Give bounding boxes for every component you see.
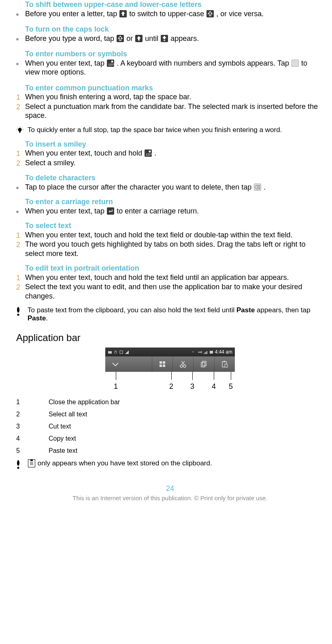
appbar-cut-button[interactable] [173, 356, 194, 372]
caps-lock-icon [161, 35, 168, 42]
bullet-icon [16, 38, 19, 41]
callout-number: 4 [212, 382, 216, 391]
return-key-icon [107, 207, 114, 215]
text-edit-step2: Select the text you want to edit, and th… [25, 282, 324, 301]
heading-delete: To delete characters [25, 173, 324, 183]
shift-up-icon [206, 10, 214, 17]
text-smiley-step1: When you enter text, touch and hold 12!?… [25, 149, 324, 158]
note-clipboard: only appears when you have text stored o… [28, 459, 324, 468]
svg-rect-16 [108, 351, 112, 354]
svg-point-14 [17, 307, 19, 313]
svg-point-10 [149, 151, 151, 153]
svg-rect-19 [120, 351, 123, 354]
svg-rect-4 [19, 131, 21, 132]
callout-number: 2 [169, 382, 173, 391]
callout-number: 5 [229, 382, 233, 391]
svg-rect-39 [225, 364, 228, 367]
step-number: 2 [16, 282, 25, 292]
appbar-copy-button[interactable] [194, 356, 214, 372]
heading-edit: To edit text in portrait orientation [25, 264, 324, 273]
svg-rect-29 [160, 365, 162, 367]
shift-key-icon [119, 10, 127, 17]
application-bar-legend: 1Close the application bar 2Select all t… [16, 399, 324, 454]
svg-rect-30 [163, 365, 165, 367]
heading-smiley: To insert a smiley [25, 140, 324, 149]
appbar-paste-button[interactable] [215, 356, 235, 372]
svg-text:12!?: 12!? [146, 153, 152, 156]
heading-shift-case: To shift between upper-case and lower-ca… [25, 0, 324, 9]
text-smiley-step2: Select a smiley. [25, 158, 324, 168]
step-number: 2 [16, 240, 25, 249]
text-punct-step1: When you finish entering a word, tap the… [25, 92, 324, 102]
svg-point-3 [18, 128, 22, 131]
footer-text: This is an Internet version of this publ… [16, 495, 324, 501]
svg-point-31 [180, 365, 183, 367]
svg-point-15 [17, 314, 19, 316]
numbers-key-icon: 12!? [107, 60, 114, 67]
heading-caps-lock: To turn on the caps lock [25, 25, 324, 34]
svg-rect-36 [202, 361, 206, 366]
bullet-icon [16, 13, 19, 16]
backspace-icon [254, 183, 261, 191]
bullet-icon [16, 211, 19, 213]
text-shift-case: Before you enter a letter, tap to switch… [25, 9, 324, 19]
svg-text:*: * [192, 350, 194, 354]
svg-point-1 [111, 60, 113, 62]
svg-rect-28 [163, 361, 165, 364]
svg-rect-38 [223, 361, 225, 362]
note-paste: To paste text from the clipboard, you ca… [28, 306, 324, 322]
text-caps-lock: Before you type a word, tap or until app… [25, 34, 324, 44]
step-number: 1 [16, 92, 25, 102]
svg-rect-24 [205, 352, 206, 354]
status-time: 4:44 am [215, 349, 232, 355]
bullet-icon [16, 63, 19, 65]
shift-filled-icon [135, 35, 143, 42]
text-carriage: When you enter text, tap to enter a carr… [25, 207, 324, 216]
exclamation-icon [16, 306, 28, 316]
bullet-icon [16, 187, 19, 189]
svg-rect-42 [30, 460, 33, 461]
svg-rect-0 [164, 40, 165, 41]
tip-bulb-icon [16, 126, 28, 134]
svg-point-32 [183, 365, 186, 367]
svg-point-41 [17, 467, 19, 469]
heading-select: To select text [25, 221, 324, 230]
svg-rect-26 [210, 351, 213, 354]
svg-text:12!?: 12!? [108, 63, 114, 66]
heading-carriage: To enter a carriage return [25, 197, 324, 207]
shift-outline-icon [117, 35, 124, 42]
application-bar-figure: * 4:44 am [105, 348, 235, 391]
svg-rect-27 [160, 361, 162, 364]
text-punct-step2: Select a punctuation mark from the candi… [25, 102, 324, 120]
heading-numbers: To enter numbers or symbols [25, 49, 324, 59]
step-number: 2 [16, 158, 25, 168]
svg-point-40 [17, 460, 19, 466]
svg-line-8 [17, 128, 18, 128]
step-number: 1 [16, 273, 25, 283]
exclamation-icon [16, 459, 28, 469]
appbar-close-button[interactable] [105, 356, 152, 372]
text-select-step1: When you enter text, touch and hold the … [25, 230, 324, 240]
clipboard-paste-icon [28, 459, 35, 467]
heading-punctuation: To enter common punctuation marks [25, 83, 324, 93]
step-number: 1 [16, 230, 25, 240]
svg-rect-25 [206, 351, 207, 354]
text-delete: Tap to place the cursor after the charac… [25, 183, 324, 192]
callout-number: 1 [114, 382, 118, 391]
svg-rect-35 [201, 363, 205, 367]
callout-number: 3 [190, 382, 194, 391]
step-number: 1 [16, 149, 25, 158]
tip-fullstop: To quickly enter a full stop, tap the sp… [28, 126, 324, 134]
text-edit-step1: When you enter text, touch and hold the … [25, 273, 324, 282]
smiley-key-icon: 12!? [145, 149, 152, 157]
svg-line-9 [22, 128, 22, 128]
page-number: 24 [16, 484, 324, 493]
more-options-icon [292, 60, 299, 67]
text-numbers: When you enter text, tap 12!? . A keyboa… [25, 59, 324, 78]
text-select-step2: The word you touch gets highlighted by t… [25, 240, 324, 258]
appbar-select-all-button[interactable] [152, 356, 173, 372]
svg-rect-23 [204, 353, 205, 354]
step-number: 2 [16, 102, 25, 112]
heading-application-bar: Application bar [16, 332, 324, 343]
